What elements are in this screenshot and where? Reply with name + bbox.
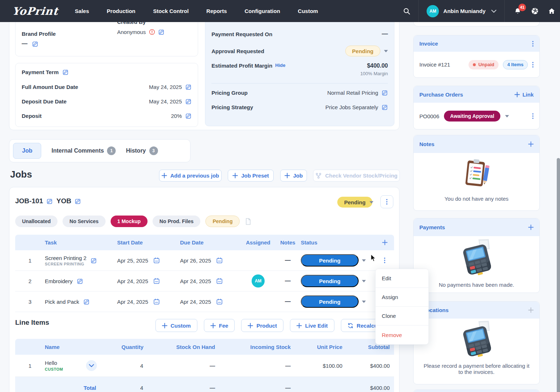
clipboard-illustration [460,158,493,191]
hide-link[interactable]: Hide [275,63,285,68]
calendar-icon[interactable] [216,257,223,264]
task-status-button[interactable]: Pending [301,295,359,308]
total-subtotal: $400.00 [342,385,394,391]
col-assigned: Assigned [241,239,275,246]
job-status-badge[interactable]: Pending [337,197,372,208]
menu-item-edit[interactable]: Edit [376,269,428,288]
brand-profile-value: — [22,41,27,47]
edit-icon[interactable] [91,257,97,264]
notifications-bell-icon[interactable]: 41 [514,8,521,15]
nav-sales[interactable]: Sales [75,8,89,14]
add-custom-button[interactable]: Custom [155,319,197,332]
yoprint-order-page: Brand Profile — Created By Anonymous Pay… [0,0,560,392]
tab-job[interactable]: Job [13,143,41,159]
invoice-kebab-button[interactable] [532,41,534,47]
caret-down-icon[interactable] [369,201,373,204]
edit-icon[interactable] [84,299,90,305]
invoice-items-badge[interactable]: 4 Items [503,60,528,69]
col-start-date: Start Date [117,239,180,246]
plus-icon [285,173,290,178]
calendar-icon[interactable] [153,278,160,284]
caret-down-icon[interactable] [362,301,366,303]
total-stock: — [143,385,215,391]
assignee-avatar[interactable]: AM [252,274,265,287]
tag-unallocated: Unallocated [15,216,57,227]
edit-icon[interactable] [77,278,83,284]
purchase-orders-card: Purchase Orders Link PO0006 Awaiting App… [413,86,540,129]
nav-stock-control[interactable]: Stock Control [153,8,188,14]
tab-internal-comments-label: Internal Comments [51,148,104,154]
due-date-value: May 24, 2025 [149,84,182,90]
caret-down-icon[interactable] [362,259,366,262]
po-number[interactable]: PO0006 [419,113,439,119]
nav-production[interactable]: Production [107,8,135,14]
job-preset-button[interactable]: Job Preset [228,170,274,182]
calendar-icon[interactable] [153,298,160,305]
nav-reports[interactable]: Reports [206,8,227,14]
add-product-button[interactable]: Product [241,319,283,332]
app-logo[interactable]: YoPrint [12,5,59,17]
chevron-down-icon [491,10,496,13]
edit-icon[interactable] [75,198,81,204]
check-vendor-button[interactable]: Check Vendor Stock/Pricing [313,170,400,182]
col-notes: Notes [275,239,301,246]
menu-item-clone[interactable]: Clone [376,307,428,325]
menu-item-assign[interactable]: Assign [376,288,428,307]
live-edit-button[interactable]: Live Edit [290,319,334,332]
task-kebab-button[interactable] [375,257,394,263]
add-fee-button[interactable]: Fee [204,319,235,332]
search-icon[interactable] [403,8,410,15]
add-custom-label: Custom [171,323,191,329]
calendar-icon[interactable] [216,298,223,305]
shutter-icon[interactable] [531,7,539,15]
expand-row-button[interactable] [86,360,97,371]
file-icon[interactable] [245,218,251,225]
edit-icon[interactable] [32,41,38,47]
add-task-button[interactable] [375,240,394,245]
tab-history[interactable]: History 3 [126,146,158,155]
plus-icon [514,92,520,97]
jobs-heading: Jobs [10,169,32,180]
home-icon[interactable] [548,8,555,15]
caret-down-icon[interactable] [362,280,366,282]
edit-icon[interactable] [158,29,164,35]
po-kebab-button[interactable] [532,113,534,119]
total-incoming: — [215,385,291,391]
edit-icon[interactable] [185,113,192,119]
pricing-strategy-label: Pricing Strategy [211,104,253,110]
edit-icon[interactable] [185,84,192,90]
add-job-button[interactable]: Job [280,170,307,182]
mouse-cursor [369,254,377,264]
task-status-button[interactable]: Pending [301,254,359,267]
invoice-status-label: Unpaid [478,62,494,67]
add-previous-job-label: Add a previous job [170,172,219,179]
caret-down-icon[interactable] [384,50,388,52]
edit-icon[interactable] [382,104,388,110]
user-menu[interactable]: AM Anbin Muniandy [418,0,505,22]
approval-status-badge[interactable]: Pending [345,46,380,56]
link-po-button[interactable]: Link [514,91,534,98]
nav-custom[interactable]: Custom [298,8,318,14]
edit-icon[interactable] [382,90,388,96]
add-allocation-button[interactable] [528,307,534,313]
warning-icon[interactable] [149,29,155,35]
nav-configuration[interactable]: Configuration [245,8,280,14]
job-kebab-button[interactable] [380,195,393,208]
edit-icon[interactable] [63,69,69,75]
scrollbar-thumb[interactable] [557,158,560,392]
menu-item-remove[interactable]: Remove [376,325,428,344]
invoice-number[interactable]: Invoice #121 [419,61,450,68]
add-payment-button[interactable] [528,225,534,230]
calendar-icon[interactable] [216,278,223,284]
calendar-icon[interactable] [153,257,160,264]
add-previous-job-button[interactable]: Add a previous job [159,170,222,182]
add-note-button[interactable] [528,141,534,147]
po-status-badge[interactable]: Awaiting Approval [444,111,500,122]
task-status-button[interactable]: Pending [301,275,359,287]
tab-internal-comments[interactable]: Internal Comments 1 [51,146,116,155]
edit-icon[interactable] [47,198,53,204]
edit-icon[interactable] [185,98,192,105]
invoice-row-kebab-button[interactable] [532,62,534,68]
pricing-group-value: Normal Retail Pricing [327,90,378,96]
caret-down-icon[interactable] [505,115,509,118]
